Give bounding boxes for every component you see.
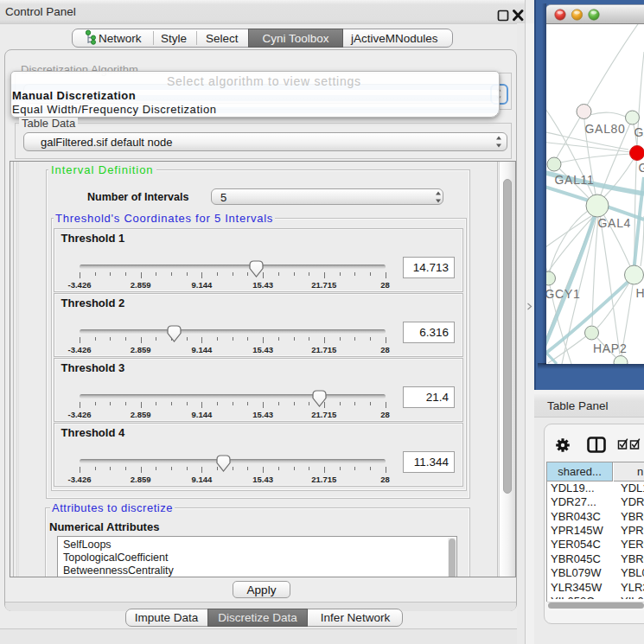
- svg-text:GAL4: GAL4: [598, 216, 632, 230]
- svg-text:HAP2: HAP2: [593, 341, 627, 355]
- svg-text:GAL80: GAL80: [585, 122, 626, 136]
- svg-text:HI: HI: [636, 286, 644, 300]
- svg-text:GCY1: GCY1: [546, 287, 580, 301]
- svg-text:GA: GA: [634, 125, 644, 139]
- svg-text:G: G: [639, 161, 644, 175]
- svg-text:GAL11: GAL11: [555, 173, 595, 187]
